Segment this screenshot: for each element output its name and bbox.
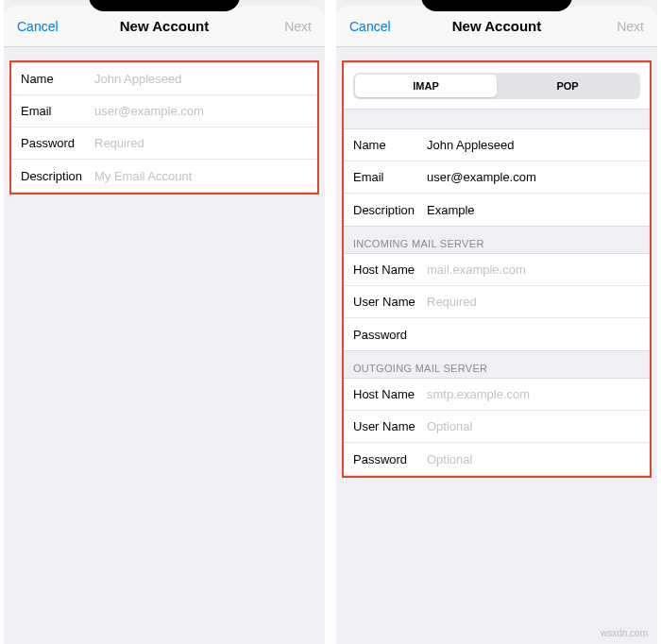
input-out-user[interactable]: [427, 419, 640, 433]
label-in-user: User Name: [353, 295, 427, 309]
navbar: Cancel New Account Next: [336, 6, 657, 47]
label-description: Description: [353, 203, 427, 217]
row-name: Name: [11, 63, 317, 95]
watermark: wsxdn.com: [601, 628, 648, 638]
label-name: Name: [21, 72, 94, 86]
input-in-user[interactable]: [427, 295, 640, 309]
input-email[interactable]: [94, 104, 308, 118]
row-in-host: Host Name: [344, 254, 650, 286]
row-description: Description: [344, 194, 650, 226]
input-description[interactable]: [427, 203, 640, 217]
cancel-button[interactable]: Cancel: [349, 19, 391, 34]
group-outgoing: Host Name User Name Password: [344, 378, 650, 476]
row-in-user: User Name: [344, 286, 650, 318]
screenshot-left: Cancel New Account Next Name Email Passw…: [4, 0, 325, 644]
label-name: Name: [353, 138, 427, 152]
group-incoming: Host Name User Name Password: [344, 253, 650, 351]
input-name[interactable]: [94, 72, 308, 86]
row-email: Email: [11, 95, 317, 127]
row-out-pass: Password: [344, 443, 650, 475]
label-password: Password: [21, 136, 94, 150]
label-out-pass: Password: [353, 452, 427, 466]
label-email: Email: [21, 104, 94, 118]
input-email[interactable]: [427, 170, 640, 184]
row-in-pass: Password: [344, 318, 650, 350]
tab-imap[interactable]: IMAP: [355, 75, 497, 97]
row-password: Password: [11, 127, 317, 160]
navbar: Cancel New Account Next: [4, 6, 325, 47]
group-account: Name Email Description: [344, 128, 650, 227]
input-out-host[interactable]: [427, 387, 640, 401]
label-email: Email: [353, 170, 427, 184]
label-in-pass: Password: [353, 328, 427, 342]
segmented-control: IMAP POP: [353, 73, 640, 99]
input-password[interactable]: [94, 136, 308, 150]
row-email: Email: [344, 161, 650, 194]
input-in-host[interactable]: [427, 263, 640, 277]
label-out-host: Host Name: [353, 387, 427, 401]
highlight-box: Name Email Password Description: [9, 60, 319, 195]
row-out-user: User Name: [344, 411, 650, 443]
row-description: Description: [11, 160, 317, 192]
next-button[interactable]: Next: [284, 19, 312, 34]
row-out-host: Host Name: [344, 379, 650, 411]
input-in-pass[interactable]: [427, 328, 640, 342]
header-incoming: Incoming Mail Server: [344, 227, 650, 253]
cancel-button[interactable]: Cancel: [17, 19, 59, 34]
row-name: Name: [344, 129, 650, 161]
label-out-user: User Name: [353, 419, 427, 433]
tab-pop[interactable]: POP: [497, 75, 638, 97]
input-name[interactable]: [427, 138, 640, 152]
screenshot-right: Cancel New Account Next IMAP POP Name: [336, 0, 657, 644]
highlight-box: IMAP POP Name Email Description: [342, 60, 652, 478]
label-in-host: Host Name: [353, 263, 427, 277]
header-outgoing: Outgoing Mail Server: [344, 351, 650, 378]
label-description: Description: [21, 169, 94, 183]
input-description[interactable]: [94, 169, 308, 183]
next-button[interactable]: Next: [617, 19, 644, 34]
input-out-pass[interactable]: [427, 452, 640, 466]
